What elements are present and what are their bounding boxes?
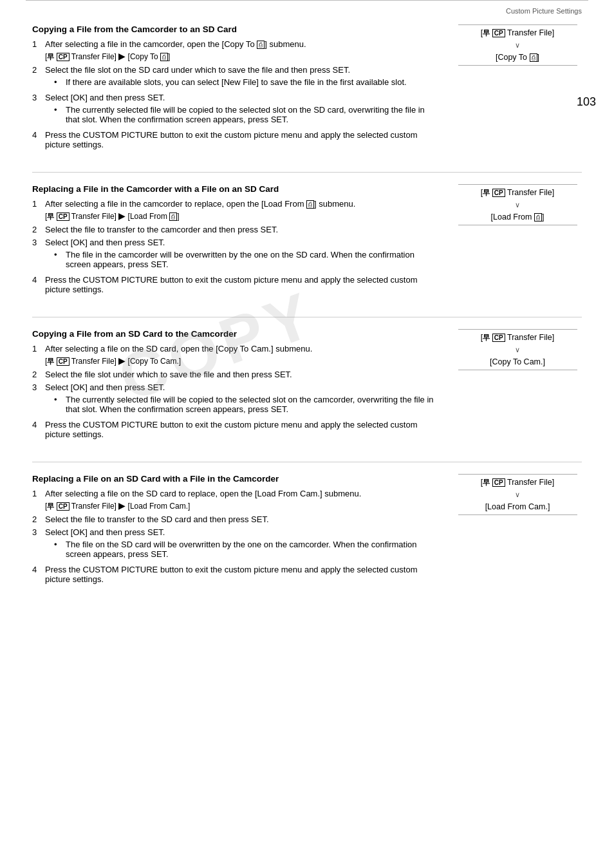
step-3-1: 1 After selecting a file on the SD card,…	[32, 344, 440, 366]
step-3-2: 2 Select the file slot under which to sa…	[32, 370, 440, 379]
inline-code: [早 CP Transfer File] ▶ [Copy To ⎙]	[45, 52, 170, 61]
menu-top-3: [早 CP Transfer File]	[458, 329, 577, 346]
bullet-item: • If there are available slots, you can …	[45, 77, 440, 87]
step-content: Select [OK] and then press SET. • The fi…	[45, 527, 440, 561]
step-1-4: 4 Press the CUSTOM PICTURE button to exi…	[32, 130, 440, 149]
step-number: 1	[32, 39, 41, 62]
step-subcode: [早 CP Transfer File] ▶ [Load From ⎙]	[45, 211, 440, 222]
step-text: Select [OK] and then press SET.	[45, 238, 165, 247]
bullet-text: If there are available slots, you can se…	[66, 77, 407, 87]
step-content: Press the CUSTOM PICTURE button to exit …	[45, 420, 440, 439]
right-panel-2: [早 CP Transfer File] ∨ [Load From ⎙]	[453, 184, 582, 297]
step-2-2: 2 Select the file to transfer to the cam…	[32, 225, 440, 234]
step-3-3: 3 Select [OK] and then press SET. • The …	[32, 382, 440, 417]
menu-bottom-4: [Load From Cam.]	[458, 499, 577, 515]
step-number: 4	[32, 420, 41, 439]
step-text: Press the CUSTOM PICTURE button to exit …	[45, 565, 418, 584]
step-text: Press the CUSTOM PICTURE button to exit …	[45, 420, 418, 439]
step-content: Press the CUSTOM PICTURE button to exit …	[45, 565, 440, 584]
step-content: After selecting a file in the camcorder,…	[45, 39, 440, 62]
step-text: After selecting a file in the camcorder,…	[45, 39, 306, 49]
step-number: 4	[32, 565, 41, 584]
bullet-text: The currently selected file will be copi…	[66, 105, 440, 124]
step-number: 1	[32, 489, 41, 511]
bullet-dot: •	[54, 540, 62, 559]
menu-top-1: [早 CP Transfer File]	[458, 24, 577, 41]
bullet-text: The file in the camcorder will be overwr…	[66, 250, 440, 269]
right-panel-1: [早 CP Transfer File] ∨ [Copy To ⎙]	[453, 24, 582, 153]
step-content: Select the file to transfer to the camco…	[45, 225, 440, 234]
step-text: Select the file to transfer to the SD ca…	[45, 514, 269, 524]
menu-top-2: [早 CP Transfer File]	[458, 184, 577, 201]
step-3-4: 4 Press the CUSTOM PICTURE button to exi…	[32, 420, 440, 439]
step-text: After selecting a file on the SD card to…	[45, 489, 361, 498]
step-text: Press the CUSTOM PICTURE button to exit …	[45, 275, 418, 294]
page-header: Custom Picture Settings	[0, 1, 614, 18]
step-number: 1	[32, 199, 41, 222]
right-panel-3: [早 CP Transfer File] ∨ [Copy To Cam.]	[453, 329, 582, 442]
step-4-2: 2 Select the file to transfer to the SD …	[32, 514, 440, 524]
menu-bottom-3: [Copy To Cam.]	[458, 354, 577, 370]
bullet-text: The file on the SD card will be overwrit…	[66, 540, 440, 559]
step-2-4: 4 Press the CUSTOM PICTURE button to exi…	[32, 275, 440, 294]
menu-bottom-2: [Load From ⎙]	[458, 209, 577, 225]
step-2-3: 3 Select [OK] and then press SET. • The …	[32, 238, 440, 272]
step-number: 3	[32, 93, 41, 127]
section-left-2: Replacing a File in the Camcorder with a…	[32, 184, 440, 297]
bullet-dot: •	[54, 77, 62, 87]
step-content: Select the file slot on the SD card unde…	[45, 65, 440, 90]
main-content: Copying a File from the Camcorder to an …	[0, 18, 614, 632]
arrow-down-3: ∨	[515, 346, 520, 354]
step-1-1: 1 After selecting a file in the camcorde…	[32, 39, 440, 62]
step-content: Press the CUSTOM PICTURE button to exit …	[45, 275, 440, 294]
section-heading-2: Replacing a File in the Camcorder with a…	[32, 184, 440, 194]
step-content: Select the file slot under which to save…	[45, 370, 440, 379]
step-content: Select [OK] and then press SET. • The fi…	[45, 238, 440, 272]
bullet-text: The currently selected file will be copi…	[66, 395, 440, 414]
section-heading-3: Copying a File from an SD Card to the Ca…	[32, 329, 440, 339]
step-number: 2	[32, 65, 41, 90]
page-container: Custom Picture Settings 103 COPY Copying…	[0, 0, 614, 868]
step-number: 2	[32, 370, 41, 379]
step-2-1: 1 After selecting a file in the camcorde…	[32, 199, 440, 222]
section-heading-1: Copying a File from the Camcorder to an …	[32, 24, 440, 34]
inline-code: [早 CP Transfer File] ▶ [Load From ⎙]	[45, 212, 180, 221]
divider-2	[32, 317, 582, 317]
step-text: Select [OK] and then press SET.	[45, 527, 165, 537]
step-subcode: [早 CP Transfer File] ▶ [Copy To Cam.]	[45, 355, 440, 366]
step-number: 3	[32, 382, 41, 417]
inline-code: [早 CP Transfer File] ▶ [Load From Cam.]	[45, 502, 190, 511]
menu-bottom-1: [Copy To ⎙]	[458, 50, 577, 66]
step-number: 4	[32, 275, 41, 294]
step-content: Select [OK] and then press SET. • The cu…	[45, 382, 440, 417]
inline-code: [早 CP Transfer File] ▶ [Copy To Cam.]	[45, 357, 181, 366]
step-4-1: 1 After selecting a file on the SD card …	[32, 489, 440, 511]
section-replace-sd-with-cam: Replacing a File on an SD Card with a Fi…	[32, 474, 582, 587]
step-text: Press the CUSTOM PICTURE button to exit …	[45, 130, 418, 149]
bullet-item: • The currently selected file will be co…	[45, 105, 440, 124]
menu-top-4: [早 CP Transfer File]	[458, 474, 577, 491]
step-number: 2	[32, 514, 41, 524]
section-left-4: Replacing a File on an SD Card with a Fi…	[32, 474, 440, 587]
section-left-3: Copying a File from an SD Card to the Ca…	[32, 329, 440, 442]
step-text: After selecting a file in the camcorder …	[45, 199, 355, 209]
step-content: After selecting a file in the camcorder …	[45, 199, 440, 222]
step-number: 4	[32, 130, 41, 149]
right-panel-4: [早 CP Transfer File] ∨ [Load From Cam.]	[453, 474, 582, 587]
header-title: Custom Picture Settings	[506, 7, 582, 15]
step-number: 1	[32, 344, 41, 366]
step-text: After selecting a file on the SD card, o…	[45, 344, 312, 354]
step-content: Press the CUSTOM PICTURE button to exit …	[45, 130, 440, 149]
bullet-dot: •	[54, 250, 62, 269]
step-4-3: 3 Select [OK] and then press SET. • The …	[32, 527, 440, 561]
section-heading-4: Replacing a File on an SD Card with a Fi…	[32, 474, 440, 484]
bullet-item: • The file on the SD card will be overwr…	[45, 540, 440, 559]
step-number: 2	[32, 225, 41, 234]
arrow-down-1: ∨	[515, 41, 520, 50]
divider-3	[32, 462, 582, 462]
bullet-dot: •	[54, 105, 62, 124]
step-subcode: [早 CP Transfer File] ▶ [Load From Cam.]	[45, 500, 440, 511]
step-content: After selecting a file on the SD card, o…	[45, 344, 440, 366]
step-1-2: 2 Select the file slot on the SD card un…	[32, 65, 440, 90]
section-left-1: Copying a File from the Camcorder to an …	[32, 24, 440, 153]
